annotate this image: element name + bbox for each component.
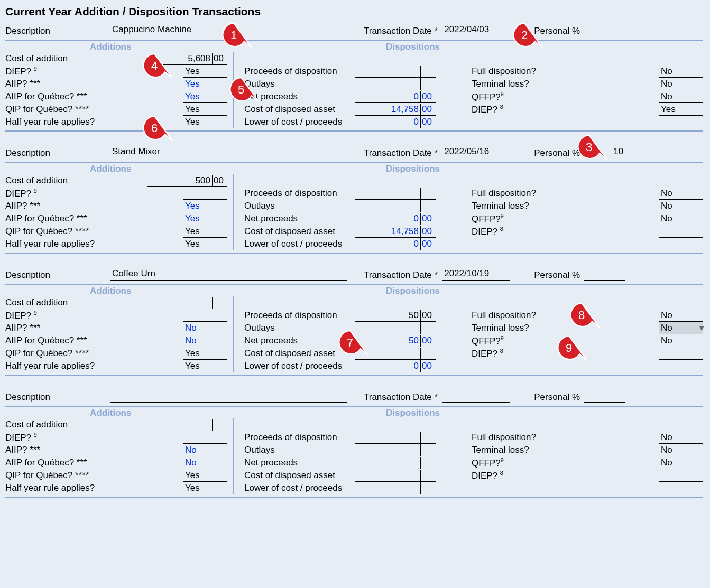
description-input[interactable] bbox=[110, 23, 347, 36]
cost-disposed-dollars: 14,758 bbox=[355, 226, 421, 237]
aiip-select[interactable]: No bbox=[183, 444, 227, 456]
cost-addition-dollars bbox=[147, 297, 213, 309]
full-disp-select[interactable]: No bbox=[659, 66, 703, 78]
lower[interactable] bbox=[355, 482, 436, 494]
lower[interactable]: 000 bbox=[355, 360, 436, 372]
cost-disposed[interactable]: 14,75800 bbox=[355, 104, 436, 116]
term-loss-select[interactable]: No bbox=[659, 444, 703, 456]
diep2-select[interactable]: Yes bbox=[659, 104, 703, 116]
net-proceeds[interactable]: 5000 bbox=[355, 335, 436, 347]
outlays[interactable] bbox=[355, 322, 436, 334]
aiip-qc-select[interactable]: Yes bbox=[183, 213, 227, 225]
outlays-cents bbox=[421, 200, 436, 212]
outlays[interactable] bbox=[355, 200, 436, 212]
label-aiip-qc: AIIP for Québec? *** bbox=[5, 458, 183, 468]
qffp-select[interactable]: No bbox=[659, 91, 703, 103]
label-outlays: Outlays bbox=[244, 201, 355, 211]
aiip-qc-select[interactable]: Yes bbox=[183, 91, 227, 103]
cost-disposed[interactable] bbox=[355, 348, 436, 360]
personal-pct-input[interactable] bbox=[584, 389, 625, 403]
term-loss-select[interactable]: No bbox=[659, 78, 703, 90]
personal-pct-input[interactable] bbox=[584, 145, 625, 158]
label-personal-pct: Personal % bbox=[534, 392, 580, 403]
subheader-additions: Additions bbox=[90, 408, 131, 418]
half-year-select[interactable]: Yes bbox=[183, 238, 227, 250]
proceeds-cents bbox=[421, 188, 436, 199]
label-proceeds: Proceeds of disposition bbox=[244, 188, 355, 199]
description-input[interactable] bbox=[110, 267, 347, 281]
cost-addition[interactable] bbox=[147, 419, 227, 431]
half-year-select[interactable]: Yes bbox=[183, 116, 227, 128]
diep2-select[interactable] bbox=[659, 226, 703, 238]
net-proceeds[interactable]: 000 bbox=[355, 213, 436, 225]
proceeds-cents bbox=[421, 66, 436, 77]
transaction-date-input[interactable] bbox=[442, 389, 510, 403]
label-full-disp: Full disposition? bbox=[472, 66, 659, 77]
label-aiip: AIIP? *** bbox=[5, 79, 183, 89]
label-half-year: Half year rule applies? bbox=[5, 483, 183, 493]
cost-disposed[interactable] bbox=[355, 470, 436, 482]
proceeds[interactable] bbox=[355, 66, 436, 78]
proceeds[interactable]: 5000 bbox=[355, 310, 436, 322]
cost-disposed[interactable]: 14,75800 bbox=[355, 226, 436, 238]
lower-dollars: 0 bbox=[355, 360, 421, 372]
label-term-loss: Terminal loss? bbox=[472, 79, 659, 89]
term-loss-select[interactable]: No bbox=[659, 200, 703, 212]
full-disp-select[interactable]: No bbox=[659, 188, 703, 200]
full-disp-select[interactable]: No bbox=[659, 310, 703, 322]
cost-addition[interactable]: 5,60800 bbox=[147, 53, 227, 65]
qip-qc-select[interactable]: Yes bbox=[183, 226, 227, 238]
transaction-date-input[interactable] bbox=[442, 145, 510, 158]
lower-dollars bbox=[355, 482, 421, 494]
qffp-select[interactable]: No bbox=[659, 335, 703, 347]
lower[interactable]: 000 bbox=[355, 116, 436, 128]
aiip-select[interactable]: Yes bbox=[183, 200, 227, 212]
aiip-select[interactable]: Yes bbox=[183, 78, 227, 90]
diep2-select[interactable] bbox=[659, 348, 703, 360]
label-half-year: Half year rule applies? bbox=[5, 117, 183, 127]
proceeds-dollars bbox=[355, 188, 421, 199]
full-disp-select[interactable]: No bbox=[659, 432, 703, 444]
net-proceeds[interactable]: 000 bbox=[355, 91, 436, 103]
diep-select[interactable] bbox=[183, 432, 227, 444]
aiip-qc-select[interactable]: No bbox=[183, 335, 227, 347]
cost-disposed-dollars: 14,758 bbox=[355, 104, 421, 115]
transaction-date-input[interactable] bbox=[442, 267, 510, 281]
half-year-select[interactable]: Yes bbox=[183, 360, 227, 372]
cost-addition[interactable] bbox=[147, 297, 227, 309]
diep-select[interactable]: Yes bbox=[183, 66, 227, 78]
label-diep: DIEP? 9 bbox=[5, 188, 183, 199]
qip-qc-select[interactable]: Yes bbox=[183, 470, 227, 482]
outlays[interactable] bbox=[355, 78, 436, 90]
half-year-select[interactable]: Yes bbox=[183, 482, 227, 494]
cost-addition[interactable]: 50000 bbox=[147, 175, 227, 187]
subheader-dispositions: Dispositions bbox=[386, 42, 440, 52]
qip-qc-select[interactable]: Yes bbox=[183, 104, 227, 116]
transaction-date-input[interactable] bbox=[442, 23, 510, 36]
diep-select[interactable] bbox=[183, 188, 227, 200]
personal-pct-input[interactable] bbox=[584, 23, 625, 36]
cost-disposed-cents bbox=[421, 470, 436, 481]
lower[interactable]: 000 bbox=[355, 238, 436, 250]
description-input[interactable] bbox=[110, 389, 347, 403]
diep-select[interactable] bbox=[183, 310, 227, 322]
diep2-select[interactable] bbox=[659, 470, 703, 482]
label-diep: DIEP? 9 bbox=[5, 310, 183, 321]
net-proceeds-dollars bbox=[355, 457, 421, 469]
outlays[interactable] bbox=[355, 444, 436, 456]
aiip-qc-select[interactable]: No bbox=[183, 457, 227, 469]
term-loss-select[interactable]: No▼ bbox=[659, 322, 703, 334]
personal-pct-input[interactable] bbox=[584, 267, 625, 281]
subheader-additions: Additions bbox=[90, 286, 131, 296]
label-qip-qc: QIP for Québec? **** bbox=[5, 348, 183, 359]
proceeds[interactable] bbox=[355, 188, 436, 200]
proceeds[interactable] bbox=[355, 432, 436, 444]
description-input[interactable] bbox=[110, 145, 347, 158]
aiip-select[interactable]: No bbox=[183, 322, 227, 334]
qip-qc-select[interactable]: Yes bbox=[183, 348, 227, 360]
lower-cents: 00 bbox=[421, 116, 436, 128]
label-qffp: QFFP?9 bbox=[472, 91, 659, 102]
qffp-select[interactable]: No bbox=[659, 457, 703, 469]
qffp-select[interactable]: No bbox=[659, 213, 703, 225]
net-proceeds[interactable] bbox=[355, 457, 436, 469]
